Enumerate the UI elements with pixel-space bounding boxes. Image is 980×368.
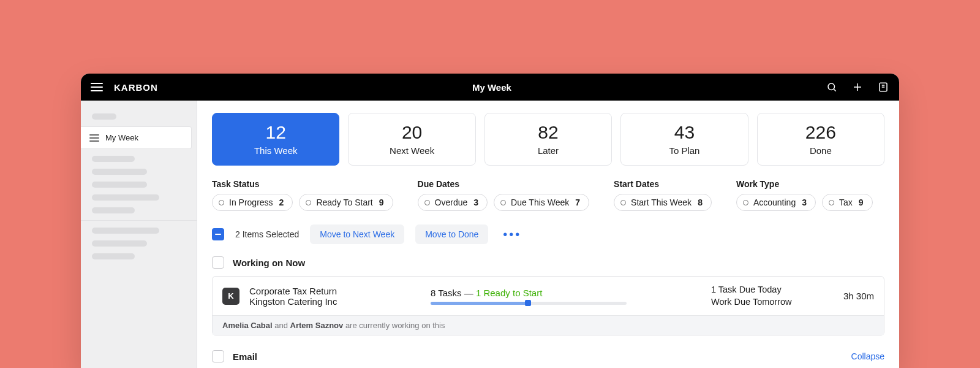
- filter-group-due-dates: Due Dates Overdue 3 Due This Week 7: [418, 179, 590, 211]
- work-item-time: 3h 30m: [843, 291, 874, 301]
- sidebar-placeholder: [92, 194, 159, 201]
- page-title: My Week: [472, 82, 511, 93]
- work-item-collaborators: Amelia Cabal and Artem Saznov are curren…: [213, 315, 884, 335]
- svg-point-0: [828, 83, 835, 90]
- indeterminate-checkbox[interactable]: [212, 228, 224, 240]
- stat-card-this-week[interactable]: 12 This Week: [212, 113, 339, 166]
- move-to-done-button[interactable]: Move to Done: [415, 224, 488, 244]
- sidebar-placeholder: [92, 240, 147, 247]
- stat-card-next-week[interactable]: 20 Next Week: [348, 113, 475, 166]
- radio-icon: [829, 200, 834, 205]
- menu-icon[interactable]: [91, 83, 103, 91]
- list-icon: [89, 134, 99, 142]
- filter-group-work-type: Work Type Accounting 3 Tax 9: [736, 179, 873, 211]
- sidebar-placeholder: [92, 228, 159, 234]
- client-avatar: K: [222, 288, 239, 305]
- work-item-card[interactable]: K Corporate Tax Return Kingston Catering…: [212, 276, 884, 335]
- stat-count: 12: [266, 123, 286, 142]
- chip-count: 7: [575, 197, 580, 207]
- radio-icon: [620, 200, 626, 205]
- sidebar-placeholder: [92, 253, 135, 259]
- filter-group-task-status: Task Status In Progress 2 Ready To Start…: [212, 179, 393, 211]
- stat-label: Later: [538, 145, 559, 156]
- work-item-client: Kingston Catering Inc: [249, 296, 421, 307]
- filter-chip-ready-to-start[interactable]: Ready To Start 9: [299, 194, 393, 211]
- chip-label: Due This Week: [511, 197, 569, 207]
- selected-count-label: 2 Items Selected: [235, 229, 299, 239]
- stat-count: 20: [402, 123, 422, 142]
- radio-icon: [219, 200, 224, 205]
- progress-handle[interactable]: [525, 300, 531, 306]
- stat-label: To Plan: [669, 145, 699, 156]
- stat-label: Next Week: [390, 145, 434, 156]
- notes-icon[interactable]: [877, 81, 889, 93]
- filter-group-start-dates: Start Dates Start This Week 8: [614, 179, 712, 211]
- app-window: KARBON My Week My Week: [81, 74, 899, 368]
- stat-count: 82: [538, 123, 558, 142]
- chip-label: Accounting: [753, 197, 796, 207]
- chip-label: Overdue: [435, 197, 468, 207]
- filter-block: Task Status In Progress 2 Ready To Start…: [212, 179, 884, 211]
- topbar: KARBON My Week: [81, 74, 899, 101]
- chip-count: 8: [698, 197, 703, 207]
- filter-title: Start Dates: [614, 179, 712, 189]
- filter-title: Task Status: [212, 179, 393, 189]
- radio-icon: [500, 200, 506, 205]
- section-title: Working on Now: [233, 258, 305, 268]
- stat-card-done[interactable]: 226 Done: [757, 113, 884, 166]
- filter-chip-accounting[interactable]: Accounting 3: [736, 194, 816, 211]
- sidebar-placeholder: [92, 113, 116, 120]
- ready-to-start-count: 1 Ready to Start: [476, 288, 542, 298]
- progress-fill: [431, 302, 527, 305]
- filter-chip-tax[interactable]: Tax 9: [822, 194, 873, 211]
- work-item-due: 1 Task Due Today Work Due Tomorrow: [711, 284, 834, 308]
- progress-bar[interactable]: [431, 302, 627, 305]
- add-icon[interactable]: [851, 81, 864, 93]
- work-item-title-block: Corporate Tax Return Kingston Catering I…: [249, 286, 421, 307]
- filter-chip-start-this-week[interactable]: Start This Week 8: [614, 194, 712, 211]
- stat-card-to-plan[interactable]: 43 To Plan: [620, 113, 748, 166]
- bulk-action-bar: 2 Items Selected Move to Next Week Move …: [212, 224, 884, 244]
- filter-chip-in-progress[interactable]: In Progress 2: [212, 194, 293, 211]
- chip-label: Ready To Start: [316, 197, 372, 207]
- search-icon[interactable]: [826, 81, 838, 93]
- stat-label: This Week: [254, 145, 298, 156]
- radio-icon: [424, 200, 430, 205]
- chip-label: In Progress: [229, 197, 273, 207]
- filter-chip-overdue[interactable]: Overdue 3: [418, 194, 488, 211]
- svg-line-1: [834, 89, 835, 91]
- more-actions-icon[interactable]: •••: [499, 226, 525, 243]
- collaborator-name: Amelia Cabal: [222, 321, 273, 330]
- chip-count: 9: [859, 197, 864, 207]
- sidebar-divider: [81, 220, 197, 221]
- work-item-progress: 8 Tasks — 1 Ready to Start: [431, 288, 701, 305]
- work-item-name: Corporate Tax Return: [249, 286, 421, 296]
- collapse-link[interactable]: Collapse: [851, 351, 884, 361]
- section-checkbox[interactable]: [212, 256, 224, 269]
- chip-label: Start This Week: [631, 197, 692, 207]
- sidebar: My Week: [81, 101, 197, 368]
- sidebar-placeholder: [92, 156, 135, 162]
- due-line-1: 1 Task Due Today: [711, 284, 834, 296]
- filter-title: Due Dates: [418, 179, 590, 189]
- stat-card-later[interactable]: 82 Later: [484, 113, 612, 166]
- chip-count: 3: [802, 197, 807, 207]
- section-checkbox[interactable]: [212, 350, 224, 362]
- section-header-working-now: Working on Now: [212, 256, 884, 269]
- sidebar-item-my-week[interactable]: My Week: [81, 126, 192, 149]
- sidebar-placeholder: [92, 169, 147, 175]
- sidebar-item-label: My Week: [105, 133, 138, 142]
- sidebar-placeholder: [92, 182, 147, 188]
- stat-count: 43: [674, 123, 695, 142]
- chip-count: 3: [473, 197, 478, 207]
- dash: —: [462, 288, 476, 298]
- move-to-next-week-button[interactable]: Move to Next Week: [310, 224, 404, 244]
- radio-icon: [306, 200, 311, 205]
- stat-label: Done: [810, 145, 832, 156]
- brand-logo: KARBON: [114, 82, 158, 93]
- filter-title: Work Type: [736, 179, 873, 189]
- due-line-2: Work Due Tomorrow: [711, 296, 834, 309]
- main-content: 12 This Week 20 Next Week 82 Later 43 To…: [197, 101, 899, 368]
- filter-chip-due-this-week[interactable]: Due This Week 7: [494, 194, 589, 211]
- section-title: Email: [233, 351, 257, 362]
